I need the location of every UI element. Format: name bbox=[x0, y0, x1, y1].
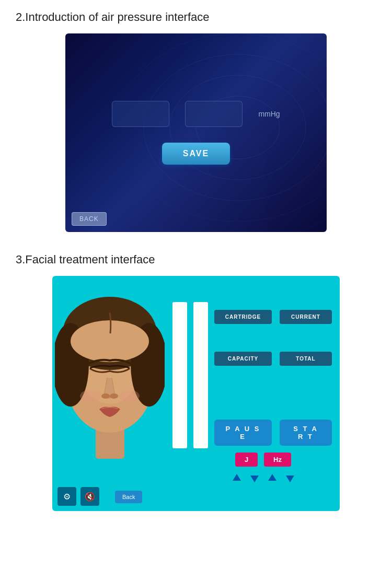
total-button[interactable]: TOTAL bbox=[280, 352, 332, 366]
svg-marker-19 bbox=[268, 474, 276, 481]
arrow-up-left[interactable] bbox=[230, 471, 244, 485]
svg-point-12 bbox=[71, 320, 149, 362]
arrow-up-icon bbox=[231, 472, 243, 484]
svg-marker-20 bbox=[286, 476, 294, 482]
arrows-row bbox=[230, 471, 297, 485]
mmhg-label: mmHg bbox=[258, 110, 280, 118]
section2-title: 2.Introduction of air pressure interface bbox=[16, 10, 376, 24]
bottom-icons: ⚙ 🔇 bbox=[57, 487, 99, 506]
arrow-down-left[interactable] bbox=[248, 471, 261, 485]
input-box-left[interactable] bbox=[112, 101, 169, 127]
back-button-facial[interactable]: Back bbox=[115, 491, 142, 503]
progress-bar-left bbox=[172, 302, 187, 448]
back-button-ap[interactable]: BACK bbox=[72, 212, 107, 226]
svg-point-16 bbox=[119, 390, 140, 402]
air-pressure-interface: mmHg SAVE BACK bbox=[65, 33, 327, 232]
pause-button[interactable]: P A U S E bbox=[214, 420, 272, 446]
cartridge-button[interactable]: CARTRIDGE bbox=[214, 310, 272, 324]
svg-point-15 bbox=[80, 390, 101, 402]
progress-bar-right bbox=[193, 302, 208, 448]
start-button[interactable]: S T A R T bbox=[280, 420, 332, 446]
svg-point-13 bbox=[101, 393, 110, 399]
section3: 3.Facial treatment interface bbox=[16, 253, 376, 511]
input-box-right[interactable] bbox=[185, 101, 243, 127]
arrow-down-right[interactable] bbox=[283, 471, 297, 485]
gear-icon: ⚙ bbox=[63, 492, 71, 502]
j-button[interactable]: J bbox=[235, 453, 258, 467]
current-button[interactable]: CURRENT bbox=[280, 310, 332, 324]
svg-marker-17 bbox=[233, 474, 241, 481]
section3-title: 3.Facial treatment interface bbox=[16, 253, 376, 266]
input-row: mmHg bbox=[112, 101, 280, 127]
arrow-down-icon bbox=[249, 472, 260, 484]
air-pressure-content: mmHg SAVE bbox=[65, 101, 327, 165]
face-portrait bbox=[55, 281, 165, 469]
hz-button[interactable]: Hz bbox=[264, 453, 291, 467]
svg-marker-18 bbox=[250, 476, 259, 482]
speaker-icon: 🔇 bbox=[85, 492, 95, 502]
arrow-up-icon-2 bbox=[267, 472, 278, 484]
save-button[interactable]: SAVE bbox=[162, 143, 230, 165]
facial-treatment-interface: CARTRIDGE CAPACITY CURRENT TOTAL P A U S… bbox=[52, 276, 340, 511]
speaker-icon-box[interactable]: 🔇 bbox=[80, 487, 99, 506]
arrow-down-icon-2 bbox=[284, 472, 296, 484]
svg-point-14 bbox=[110, 393, 118, 399]
capacity-button[interactable]: CAPACITY bbox=[214, 352, 272, 366]
gear-icon-box[interactable]: ⚙ bbox=[57, 487, 76, 506]
arrow-up-right[interactable] bbox=[266, 471, 279, 485]
